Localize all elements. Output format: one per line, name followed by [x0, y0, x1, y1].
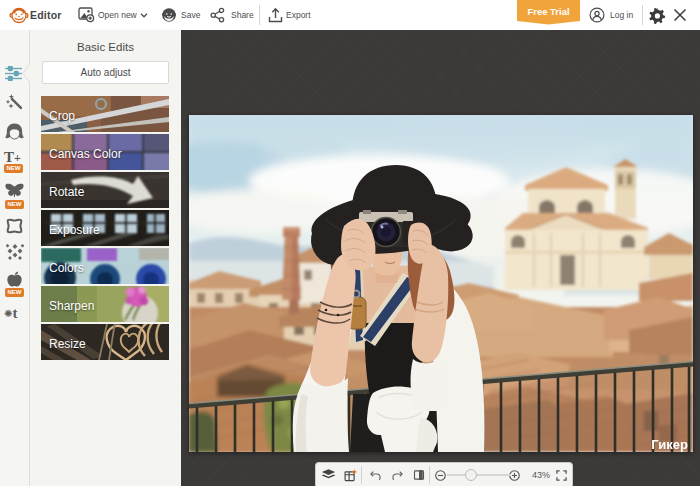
svg-text:Free Trial: Free Trial [527, 6, 569, 17]
svg-text:Гикер: Гикер [651, 437, 688, 452]
